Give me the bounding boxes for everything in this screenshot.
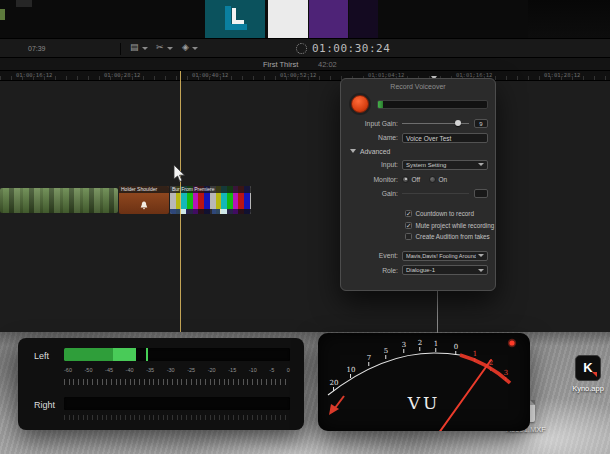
- browser-clip-dark-purple[interactable]: [349, 0, 378, 38]
- input-level-fill: [378, 101, 383, 108]
- db-label: -30: [167, 367, 175, 373]
- vu-meter-graphic: [318, 333, 530, 431]
- checkbox-audition-row[interactable]: Create Audition from takes: [341, 232, 495, 241]
- ruler-timecode: 01:00:16:12: [16, 72, 52, 78]
- db-label: -40: [126, 367, 134, 373]
- tools-button[interactable]: ✂: [156, 42, 173, 52]
- clip-title: Holder Shoulder: [119, 186, 169, 193]
- db-label: -15: [228, 367, 236, 373]
- input-gain-value[interactable]: 9: [474, 119, 488, 128]
- left-channel-label: Left: [34, 351, 49, 361]
- record-voiceover-panel: Record Voiceover Input Gain: 9 Name: Voi…: [340, 78, 496, 291]
- clip-color-bars[interactable]: Bur From Premiere: [170, 186, 251, 214]
- input-device-select[interactable]: System Setting: [402, 160, 488, 170]
- role-label: Role:: [348, 267, 398, 274]
- db-label: -50: [85, 367, 93, 373]
- browser-clip-purple[interactable]: [309, 0, 348, 38]
- disclosure-triangle-icon: [350, 149, 356, 153]
- left-meter-fill: [64, 348, 136, 361]
- advanced-disclosure[interactable]: Advanced: [341, 147, 495, 156]
- cursor-arrow: [174, 165, 185, 182]
- chevron-down-icon: [142, 47, 148, 50]
- vu-scale-label: 1: [473, 350, 477, 358]
- timeline-ruler[interactable]: 01:00:16:12 01:00:28:12 01:00:40:12 01:0…: [0, 71, 610, 81]
- clip-title: Bur From Premiere: [170, 186, 251, 193]
- chevron-down-icon: [192, 47, 198, 50]
- vu-scale-label: 2: [489, 359, 493, 367]
- kyno-icon-label: Kyno.app: [566, 384, 610, 393]
- kyno-app-icon: K: [575, 355, 601, 381]
- audio-meters-window: Left -60 -50 -45 -40 -35 -30 -25 -20 -15…: [18, 338, 304, 430]
- vu-meter-window: 20 10 7 5 3 2 1 0 1 2 3 VU: [318, 333, 530, 431]
- db-tick-ruler-2: [64, 415, 290, 420]
- record-button[interactable]: [351, 95, 369, 113]
- clip-time-label: 07:39: [28, 45, 46, 52]
- input-gain-slider[interactable]: [402, 119, 469, 128]
- playhead[interactable]: [180, 71, 181, 332]
- check-icon: ✓: [406, 222, 411, 229]
- project-duration: 42:02: [318, 60, 337, 69]
- input-level-meter: [377, 100, 488, 109]
- browser-clip-black[interactable]: [528, 0, 610, 38]
- ruler-timecode: 01:00:28:12: [104, 72, 140, 78]
- radio-dot: [402, 176, 409, 183]
- event-select[interactable]: Mavis,Davis! Fooling Around: [402, 251, 488, 261]
- event-label: Event:: [348, 252, 398, 259]
- right-channel-label: Right: [34, 400, 55, 410]
- checkbox-mute-project[interactable]: ✓: [405, 222, 412, 229]
- vu-scale-label: 7: [367, 354, 371, 362]
- db-scale: -60 -50 -45 -40 -35 -30 -25 -20 -15 -10 …: [64, 367, 290, 373]
- monitor-off-label: Off: [412, 176, 421, 183]
- trim-button[interactable]: ◈: [182, 42, 198, 52]
- chevron-down-icon: [167, 47, 173, 50]
- checkbox-countdown[interactable]: ✓: [405, 210, 412, 217]
- screen: 07:39 ▤ ✂ ◈ 01:00:30:24 First Thirst 42:…: [0, 0, 610, 454]
- checkbox-countdown-row[interactable]: ✓ Countdown to record: [341, 209, 495, 218]
- left-meter: [64, 348, 290, 361]
- name-field[interactable]: Voice Over Test: [402, 133, 488, 143]
- vu-scale-label: 0: [454, 343, 458, 351]
- vu-scale-label: 3: [504, 369, 508, 377]
- input-label: Input:: [348, 161, 398, 168]
- window-corner-chip: [16, 0, 32, 7]
- gain-value[interactable]: [474, 189, 488, 198]
- record-playhead-line: [437, 291, 438, 335]
- checkbox-mute-row[interactable]: ✓ Mute project while recording: [341, 221, 495, 230]
- checkbox-countdown-label: Countdown to record: [416, 210, 474, 217]
- retime-gauge-icon: [296, 43, 307, 54]
- clip-foliage-video[interactable]: [0, 188, 118, 213]
- gain-slider[interactable]: [402, 189, 469, 198]
- checkbox-create-audition[interactable]: [405, 233, 412, 240]
- db-label: -45: [105, 367, 113, 373]
- db-label: -5: [269, 367, 274, 373]
- desktop-icon-kyno[interactable]: K Kyno.app: [566, 355, 610, 393]
- db-label: -10: [249, 367, 257, 373]
- slider-track: [402, 193, 469, 194]
- chevron-down-icon: [478, 163, 484, 166]
- role-value: Dialogue-1: [406, 267, 476, 273]
- vu-scale-label: 3: [402, 341, 406, 349]
- slider-knob[interactable]: [455, 120, 461, 126]
- db-tick-ruler: [64, 379, 290, 385]
- alert-bell-icon: [140, 198, 149, 214]
- clip-edge-sliver: [0, 9, 5, 20]
- role-select[interactable]: Dialogue-1: [402, 265, 488, 275]
- project-info-bar: First Thirst 42:02: [0, 58, 610, 71]
- db-label: -20: [208, 367, 216, 373]
- event-value: Mavis,Davis! Fooling Around: [406, 253, 476, 259]
- monitor-off-radio[interactable]: Off: [402, 176, 420, 183]
- index-button[interactable]: ▤: [130, 42, 148, 52]
- db-label: -35: [146, 367, 154, 373]
- toolbar-separator: [120, 43, 121, 55]
- vu-scale-label: 5: [384, 347, 388, 355]
- monitor-on-radio[interactable]: On: [429, 176, 447, 183]
- advanced-label: Advanced: [360, 148, 390, 155]
- timecode-display[interactable]: 01:00:30:24: [312, 42, 390, 55]
- browser-clip-logo[interactable]: [205, 0, 265, 38]
- check-icon: ✓: [406, 210, 411, 217]
- ruler-timecode: 01:01:28:12: [544, 72, 580, 78]
- browser-clip-white[interactable]: [268, 0, 308, 38]
- peak-indicator-light: [509, 340, 514, 345]
- clip-holder-shoulder[interactable]: Holder Shoulder: [119, 186, 169, 214]
- vu-scale-label: 1: [434, 340, 438, 348]
